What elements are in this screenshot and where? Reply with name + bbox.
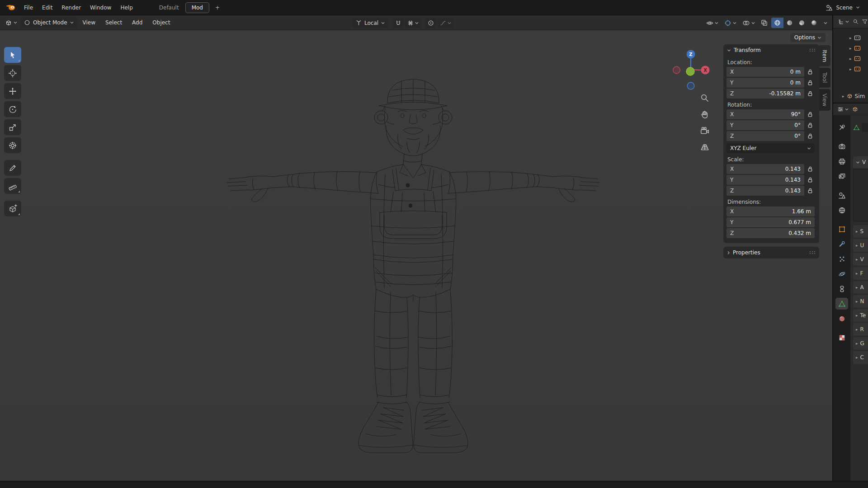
- workspace-tab-mod[interactable]: Mod: [185, 2, 209, 13]
- tool-annotate[interactable]: [4, 160, 21, 176]
- expand-arrow-icon[interactable]: ▸: [849, 36, 852, 40]
- viewport-3d[interactable]: Object Mode View Select Add Object: [0, 15, 832, 481]
- rotation-z-field[interactable]: Z 0°: [726, 131, 804, 141]
- expand-arrow-icon[interactable]: ▸: [849, 46, 852, 51]
- scale-y-field[interactable]: Y 0.143: [726, 175, 804, 185]
- lock-scale-y[interactable]: [806, 177, 815, 183]
- lock-scale-z[interactable]: [806, 188, 815, 193]
- camera-view-button[interactable]: [700, 126, 710, 136]
- snap-toggle-button[interactable]: [393, 18, 404, 28]
- props-tab-particles[interactable]: [835, 253, 848, 265]
- shading-rendered-button[interactable]: [808, 18, 820, 28]
- options-button[interactable]: Options: [790, 33, 826, 42]
- props-tab-tool[interactable]: [835, 122, 848, 133]
- sidebar-tab-view[interactable]: View: [819, 89, 830, 111]
- outliner-collection-row[interactable]: ▸: [833, 33, 868, 43]
- properties-editor-type-button[interactable]: [836, 105, 849, 113]
- dimensions-y-field[interactable]: Y 0.677 m: [726, 217, 815, 227]
- props-tab-modifiers[interactable]: [835, 238, 848, 250]
- location-y-field[interactable]: Y 0 m: [726, 78, 804, 88]
- scene-selector[interactable]: Scene: [826, 4, 864, 11]
- grid-ortho-button[interactable]: [700, 142, 710, 152]
- blender-logo-icon[interactable]: [4, 4, 19, 11]
- menu-help[interactable]: Help: [116, 2, 137, 13]
- props-tab-world[interactable]: [835, 204, 848, 216]
- scale-z-field[interactable]: Z 0.143: [726, 186, 804, 196]
- mesh-name-field[interactable]: [862, 123, 868, 132]
- tool-move[interactable]: [4, 83, 21, 99]
- props-tab-texture[interactable]: [835, 332, 848, 343]
- props-tab-render[interactable]: [835, 141, 848, 152]
- tool-rotate[interactable]: [4, 101, 21, 117]
- expand-arrow-icon[interactable]: ▸: [849, 67, 852, 71]
- sidebar-tab-item[interactable]: Item: [819, 45, 830, 66]
- dimensions-z-field[interactable]: Z 0.432 m: [726, 228, 815, 238]
- props-tab-scene[interactable]: [835, 189, 848, 201]
- panel-header-collapsed[interactable]: ▸ A: [853, 281, 868, 294]
- menu-render[interactable]: Render: [57, 2, 85, 13]
- menu-edit[interactable]: Edit: [38, 2, 57, 13]
- zoom-button[interactable]: [700, 93, 710, 103]
- tool-scale[interactable]: [4, 119, 21, 135]
- panel-header-collapsed[interactable]: ▸ Te: [853, 309, 868, 322]
- gizmo-y-axis-ball[interactable]: [686, 67, 694, 75]
- panel-header-collapsed[interactable]: ▸ S: [853, 225, 868, 238]
- wireframe-character-mesh[interactable]: [224, 76, 602, 459]
- tool-measure[interactable]: [4, 178, 21, 194]
- orientation-selector[interactable]: Local: [352, 18, 388, 28]
- panel-drag-grip[interactable]: [809, 48, 816, 52]
- tool-cursor-3d[interactable]: [4, 65, 21, 81]
- panel-header-expanded[interactable]: V: [853, 156, 868, 168]
- panel-drag-grip[interactable]: [809, 251, 816, 254]
- visibility-dropdown-button[interactable]: [704, 18, 721, 28]
- shading-solid-button[interactable]: [783, 18, 796, 28]
- snap-target-button[interactable]: [405, 18, 421, 28]
- lock-rotation-y[interactable]: [806, 122, 815, 128]
- props-tab-view-layer[interactable]: [835, 170, 848, 182]
- tool-add-cube[interactable]: [4, 201, 21, 216]
- mode-selector[interactable]: Object Mode: [20, 18, 77, 28]
- dimensions-x-field[interactable]: X 1.66 m: [726, 206, 815, 216]
- shading-dropdown-button[interactable]: [821, 20, 830, 26]
- outliner-editor[interactable]: ▸ ▸ ▸: [833, 15, 868, 103]
- tool-tweak-select[interactable]: [4, 47, 21, 63]
- panel-header-collapsed[interactable]: ▸ R: [853, 323, 868, 336]
- expand-arrow-icon[interactable]: ▸: [842, 94, 844, 99]
- proportional-editing-button[interactable]: [425, 18, 436, 28]
- tool-transform[interactable]: [4, 137, 21, 153]
- xray-toggle-button[interactable]: [759, 18, 770, 28]
- sidebar-tab-tool[interactable]: Tool: [819, 68, 830, 87]
- panel-header-collapsed[interactable]: ▸ C: [853, 351, 868, 364]
- outliner-collection-row[interactable]: ▸: [833, 43, 868, 53]
- location-x-field[interactable]: X 0 m: [726, 67, 804, 77]
- props-tab-object-data[interactable]: [835, 298, 848, 310]
- gizmo-minus-x-ball[interactable]: [673, 66, 680, 74]
- transform-panel-header[interactable]: Transform: [723, 44, 819, 56]
- lock-rotation-x[interactable]: [806, 112, 815, 117]
- props-tab-constraints[interactable]: [835, 283, 848, 295]
- expand-arrow-icon[interactable]: ▸: [849, 56, 852, 61]
- lock-scale-x[interactable]: [806, 166, 815, 172]
- editor-type-button[interactable]: [3, 17, 19, 28]
- axis-navigation-gizmo[interactable]: Z X: [672, 48, 710, 90]
- panel-header-collapsed[interactable]: ▸ U: [853, 239, 868, 252]
- vertex-group-list[interactable]: [853, 169, 868, 221]
- props-tab-material[interactable]: [835, 313, 848, 324]
- location-z-field[interactable]: Z -0.15582 m: [726, 89, 804, 99]
- lock-location-x[interactable]: [806, 69, 815, 75]
- panel-header-collapsed[interactable]: ▸ V: [853, 253, 868, 266]
- outliner-collection-row[interactable]: ▸: [833, 64, 868, 74]
- pan-button[interactable]: [700, 109, 710, 119]
- props-tab-output[interactable]: [835, 155, 848, 167]
- gizmo-minus-z-ball[interactable]: [687, 82, 694, 89]
- gizmos-dropdown-button[interactable]: [722, 18, 739, 28]
- properties-panel-header[interactable]: Properties: [723, 247, 819, 258]
- proportional-falloff-button[interactable]: [438, 18, 453, 28]
- lock-location-z[interactable]: [806, 91, 815, 96]
- search-icon[interactable]: [853, 19, 859, 25]
- props-tab-object[interactable]: [835, 223, 848, 235]
- rotation-x-field[interactable]: X 90°: [726, 109, 804, 119]
- add-workspace-button[interactable]: +: [212, 4, 223, 12]
- outliner-object-row[interactable]: ▸ Sim: [833, 91, 868, 101]
- lock-rotation-z[interactable]: [806, 133, 815, 139]
